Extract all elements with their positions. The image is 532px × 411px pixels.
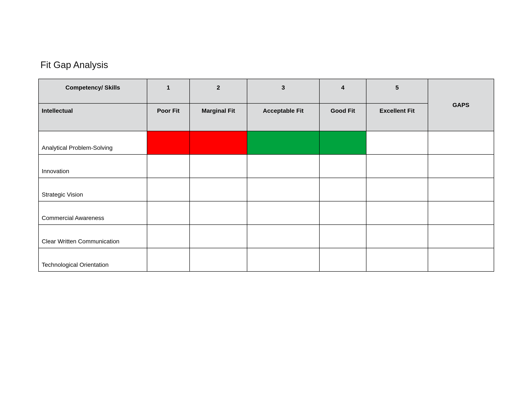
rating-cell: [247, 131, 319, 154]
header-scale-5-num: 5: [366, 79, 428, 103]
rating-cell: [190, 248, 247, 271]
row-label: Technological Orientation: [38, 248, 147, 271]
header-scale-3-label: Acceptable Fit: [247, 103, 319, 131]
gaps-cell: [428, 201, 494, 225]
table-row: Clear Written Communication: [38, 225, 494, 248]
rating-cell: [366, 131, 428, 154]
header-scale-3-num: 3: [247, 79, 319, 103]
header-scale-4-label: Good Fit: [319, 103, 366, 131]
header-scale-2-num: 2: [190, 79, 247, 103]
row-label: Strategic Vision: [38, 178, 147, 201]
rating-cell: [319, 178, 366, 201]
gaps-cell: [428, 178, 494, 201]
page-title: Fit Gap Analysis: [40, 60, 494, 70]
row-label: Innovation: [38, 154, 147, 178]
table-row: Technological Orientation: [38, 248, 494, 271]
table-header-row-1: Competency/ Skills 1 2 3 4 5 GAPS: [38, 79, 494, 103]
fit-gap-table: Competency/ Skills 1 2 3 4 5 GAPS Intell…: [38, 79, 494, 272]
rating-cell: [319, 248, 366, 271]
header-competency: Competency/ Skills: [38, 79, 147, 103]
document-page: Fit Gap Analysis Competency/ Skills 1 2 …: [0, 0, 532, 411]
rating-cell: [147, 248, 190, 271]
row-label: Analytical Problem-Solving: [38, 131, 147, 154]
rating-cell: [190, 131, 247, 154]
rating-cell: [190, 178, 247, 201]
rating-cell: [247, 154, 319, 178]
row-label: Clear Written Communication: [38, 225, 147, 248]
header-scale-4-num: 4: [319, 79, 366, 103]
header-scale-1-num: 1: [147, 79, 190, 103]
row-label: Commercial Awareness: [38, 201, 147, 225]
rating-cell: [366, 201, 428, 225]
rating-cell: [319, 131, 366, 154]
table-body: Analytical Problem-SolvingInnovationStra…: [38, 131, 494, 271]
table-row: Innovation: [38, 154, 494, 178]
rating-cell: [319, 225, 366, 248]
rating-cell: [319, 201, 366, 225]
rating-cell: [366, 225, 428, 248]
rating-cell: [247, 248, 319, 271]
rating-cell: [366, 248, 428, 271]
rating-cell: [366, 178, 428, 201]
gaps-cell: [428, 225, 494, 248]
rating-cell: [147, 178, 190, 201]
rating-cell: [319, 154, 366, 178]
rating-cell: [247, 225, 319, 248]
rating-cell: [147, 154, 190, 178]
rating-cell: [147, 201, 190, 225]
table-row: Strategic Vision: [38, 178, 494, 201]
rating-cell: [190, 154, 247, 178]
header-scale-2-label: Marginal Fit: [190, 103, 247, 131]
header-section-intellectual: Intellectual: [38, 103, 147, 131]
rating-cell: [190, 225, 247, 248]
header-scale-1-label: Poor Fit: [147, 103, 190, 131]
rating-cell: [147, 131, 190, 154]
header-gaps: GAPS: [428, 79, 494, 131]
rating-cell: [147, 225, 190, 248]
table-row: Commercial Awareness: [38, 201, 494, 225]
gaps-cell: [428, 248, 494, 271]
gaps-cell: [428, 131, 494, 154]
gaps-cell: [428, 154, 494, 178]
rating-cell: [247, 201, 319, 225]
rating-cell: [190, 201, 247, 225]
table-header-row-2: Intellectual Poor Fit Marginal Fit Accep…: [38, 103, 494, 131]
rating-cell: [247, 178, 319, 201]
rating-cell: [366, 154, 428, 178]
header-scale-5-label: Excellent Fit: [366, 103, 428, 131]
table-row: Analytical Problem-Solving: [38, 131, 494, 154]
